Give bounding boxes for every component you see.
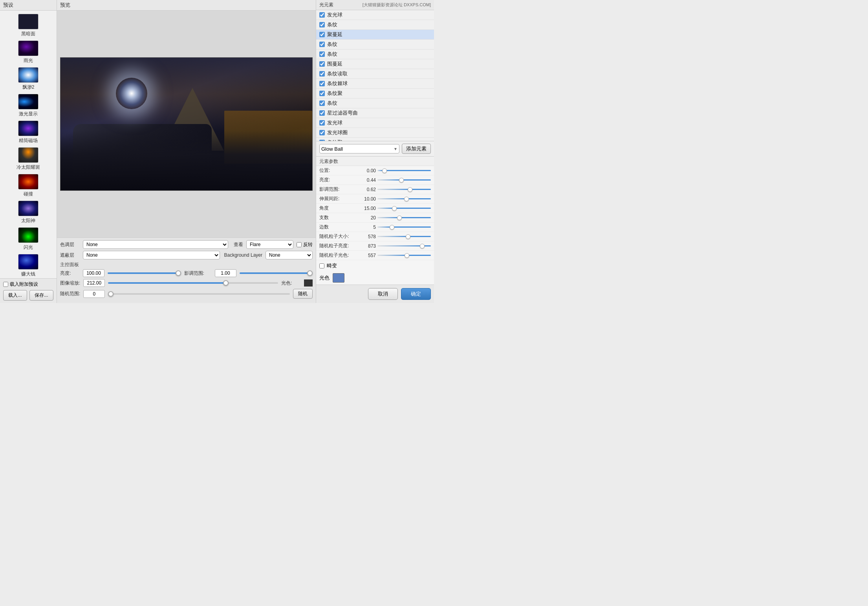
glow-color-swatch[interactable] xyxy=(333,273,344,283)
element-item-2[interactable]: 条纹 xyxy=(316,20,434,30)
glow-color-row: 光色 xyxy=(316,271,434,285)
preset-item-jingci[interactable]: 精筒磁场 xyxy=(0,119,57,146)
element-checkbox-11[interactable] xyxy=(319,110,325,116)
preset-item-pengzhuang[interactable]: 碰撞 xyxy=(0,172,57,199)
element-checkbox-3[interactable] xyxy=(319,32,325,37)
element-item-13[interactable]: 发光球圈 xyxy=(316,128,434,138)
add-element-button[interactable]: 添加元素 xyxy=(402,144,431,154)
param-slider-9[interactable] xyxy=(377,255,431,256)
lens-flare xyxy=(116,78,147,109)
element-item-4[interactable]: 条纹 xyxy=(316,40,434,49)
element-item-1[interactable]: 发光球 xyxy=(316,10,434,20)
preset-item-yuguang[interactable]: 雨光 xyxy=(0,39,57,66)
element-checkbox-13[interactable] xyxy=(319,130,325,135)
element-checkbox-5[interactable] xyxy=(319,51,325,57)
element-item-6[interactable]: 围蔓延 xyxy=(316,59,434,69)
preset-thumb-shanguang xyxy=(18,227,38,243)
preset-item-piaosa2[interactable]: 飘渺2 xyxy=(0,66,57,92)
element-type-dropdown[interactable]: Glow Ball ▼ xyxy=(319,144,399,153)
element-name-6: 围蔓延 xyxy=(327,60,431,68)
tone-range-slider[interactable] xyxy=(240,272,313,274)
preset-item-taiyangshen[interactable]: 太阳神 xyxy=(0,199,57,226)
preview-title: 预览 xyxy=(60,2,70,8)
brightness-row: 亮度: 100.00 影调范围: 1.00 xyxy=(60,269,313,277)
preset-item-zhuandaqian[interactable]: 赚大钱 xyxy=(0,252,57,278)
ok-button[interactable]: 确定 xyxy=(401,288,431,300)
param-row-7: 随机粒子大小: 578 xyxy=(316,232,434,241)
element-item-10[interactable]: 条纹 xyxy=(316,99,434,108)
save-button[interactable]: 保存... xyxy=(29,290,53,301)
light-color-swatch[interactable] xyxy=(304,279,313,287)
bg-layer-select[interactable]: None xyxy=(266,251,313,259)
preset-label-piaosa2: 飘渺2 xyxy=(22,84,35,91)
preset-item-heianmian[interactable]: 黑暗面 xyxy=(0,12,57,39)
param-row-6: 边数 5 xyxy=(316,223,434,232)
param-slider-3[interactable] xyxy=(377,198,431,199)
element-checkbox-1[interactable] xyxy=(319,12,325,18)
element-checkbox-6[interactable] xyxy=(319,61,325,67)
param-slider-6[interactable] xyxy=(377,226,431,228)
element-list: 发光球 条纹 聚蔓延 条纹 条纹 围蔓延 条纹读取 条纹棘球 条纹聚 条纹 xyxy=(316,10,434,141)
element-checkbox-9[interactable] xyxy=(319,91,325,96)
flip-checkbox[interactable] xyxy=(297,242,302,247)
element-item-7[interactable]: 条纹读取 xyxy=(316,69,434,79)
preset-label-zhuandaqian: 赚大钱 xyxy=(21,271,35,277)
param-slider-8[interactable] xyxy=(377,245,431,246)
param-slider-1[interactable] xyxy=(377,179,431,181)
brightness-slider[interactable] xyxy=(108,272,181,274)
preset-thumb-heianmian xyxy=(18,14,38,29)
param-row-9: 随机粒子光色: 557 xyxy=(316,251,434,260)
param-value-6: 5 xyxy=(356,225,376,230)
element-name-1: 发光球 xyxy=(327,11,431,18)
scale-slider[interactable] xyxy=(108,282,278,284)
main-controls-label: 主控面板 xyxy=(60,261,313,268)
cancel-button[interactable]: 取消 xyxy=(368,288,398,300)
param-label-4: 角度 xyxy=(319,205,355,212)
preset-label-lengriyang: 冷太阳耀斑 xyxy=(16,164,40,171)
random-range-slider[interactable] xyxy=(108,293,290,295)
param-slider-7[interactable] xyxy=(377,236,431,237)
param-slider-2[interactable] xyxy=(377,189,431,190)
element-name-12: 发光球 xyxy=(327,119,431,126)
element-item-5[interactable]: 条纹 xyxy=(316,49,434,59)
param-slider-4[interactable] xyxy=(377,208,431,209)
preset-item-lengriyang[interactable]: 冷太阳耀斑 xyxy=(0,146,57,172)
element-item-11[interactable]: 星过滤器弯曲 xyxy=(316,108,434,118)
element-checkbox-12[interactable] xyxy=(319,120,325,126)
light-elements-title: 光元素 xyxy=(319,2,333,8)
preset-label-yuguang: 雨光 xyxy=(24,57,33,64)
param-label-2: 影调范围: xyxy=(319,186,355,193)
element-checkbox-10[interactable] xyxy=(319,100,325,106)
element-item-3[interactable]: 聚蔓延 xyxy=(316,30,434,40)
element-item-9[interactable]: 条纹聚 xyxy=(316,89,434,99)
element-name-4: 条纹 xyxy=(327,41,431,48)
param-slider-0[interactable] xyxy=(377,170,431,171)
preset-label-pengzhuang: 碰撞 xyxy=(24,191,33,197)
element-item-14[interactable]: 条纹聚 xyxy=(316,138,434,141)
params-title: 元素参数 xyxy=(319,159,338,164)
param-value-1: 0.44 xyxy=(356,177,376,183)
preset-item-jiguang[interactable]: 激光显示 xyxy=(0,92,57,119)
param-value-3: 10.00 xyxy=(356,196,376,202)
mask-layer-select[interactable]: None xyxy=(83,251,220,259)
mutation-checkbox[interactable] xyxy=(319,263,324,268)
color-layer-row: 色调层 None 查看 Flare 反转 xyxy=(60,240,313,249)
load-button[interactable]: 载入... xyxy=(3,290,27,301)
param-value-4: 15.00 xyxy=(356,206,376,211)
color-layer-select[interactable]: None xyxy=(83,240,228,249)
random-button[interactable]: 随机 xyxy=(293,289,313,299)
view-select[interactable]: Flare xyxy=(246,240,293,249)
element-checkbox-4[interactable] xyxy=(319,42,325,47)
element-item-12[interactable]: 发光球 xyxy=(316,118,434,128)
element-checkbox-8[interactable] xyxy=(319,81,325,86)
element-name-2: 条纹 xyxy=(327,21,431,28)
element-checkbox-7[interactable] xyxy=(319,71,325,77)
param-slider-5[interactable] xyxy=(377,217,431,218)
params-section-label: 元素参数 xyxy=(316,157,434,166)
element-item-8[interactable]: 条纹棘球 xyxy=(316,79,434,89)
tone-range-value: 1.00 xyxy=(215,269,236,277)
element-checkbox-2[interactable] xyxy=(319,22,325,27)
preset-item-shanguang[interactable]: 闪光 xyxy=(0,226,57,252)
load-addon-checkbox[interactable] xyxy=(3,282,8,287)
scale-label: 图像缩放: xyxy=(60,280,80,287)
